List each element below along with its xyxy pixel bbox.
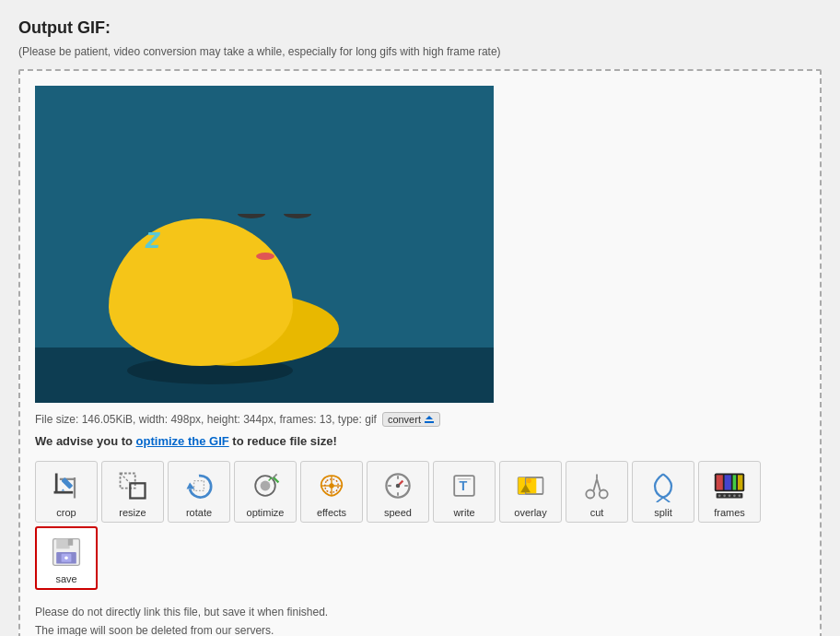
blob-face	[228, 209, 321, 265]
notice-line2: The image will soon be deleted from our …	[35, 621, 805, 636]
svg-rect-44	[733, 475, 737, 489]
optimize-message: We advise you to optimize the GIF to red…	[35, 434, 805, 448]
svg-point-49	[729, 494, 731, 497]
tool-effects[interactable]: effects	[300, 461, 363, 523]
split-icon	[645, 467, 682, 504]
svg-line-36	[593, 479, 597, 491]
optimize-suffix: to reduce file size!	[229, 434, 337, 448]
blob-eye-right	[284, 209, 311, 218]
tool-split[interactable]: split	[632, 461, 694, 523]
tool-overlay[interactable]: overlay	[499, 461, 562, 523]
svg-point-18	[329, 483, 333, 488]
svg-rect-54	[68, 539, 73, 546]
tool-save[interactable]: save	[35, 526, 98, 590]
svg-point-57	[64, 557, 68, 560]
svg-rect-12	[194, 481, 204, 491]
tool-frames[interactable]: frames	[698, 461, 761, 523]
cut-label: cut	[590, 507, 604, 518]
write-icon: T	[446, 467, 483, 504]
page-title: Output GIF:	[18, 18, 822, 38]
cut-icon	[578, 467, 615, 504]
frames-label: frames	[714, 507, 745, 518]
tool-optimize[interactable]: optimize	[234, 461, 297, 523]
tools-row: crop resize	[35, 461, 805, 590]
svg-point-35	[600, 490, 608, 499]
svg-text:T: T	[460, 478, 468, 493]
svg-point-48	[723, 494, 726, 497]
resize-icon	[114, 467, 151, 504]
save-label: save	[55, 573, 76, 584]
svg-rect-43	[725, 475, 731, 489]
resize-label: resize	[119, 507, 146, 518]
crop-label: crop	[56, 507, 76, 518]
overlay-icon	[512, 467, 549, 504]
rotate-icon	[181, 467, 217, 504]
page-container: Output GIF: (Please be patient, video co…	[18, 18, 822, 636]
crop-icon	[48, 467, 85, 504]
svg-point-47	[718, 494, 721, 497]
svg-rect-45	[738, 475, 742, 489]
subtitle: (Please be patient, video conversion may…	[18, 45, 822, 58]
svg-point-34	[586, 490, 594, 499]
optimize-link[interactable]: optimize the GIF	[136, 434, 229, 448]
download-icon	[424, 414, 435, 425]
tool-resize[interactable]: resize	[101, 461, 164, 523]
blob-body	[109, 218, 293, 366]
effects-icon	[313, 467, 350, 504]
tool-crop[interactable]: crop	[35, 461, 98, 523]
svg-rect-53	[56, 539, 69, 549]
speed-label: speed	[384, 507, 412, 518]
rotate-label: rotate	[186, 507, 212, 518]
svg-point-33	[527, 478, 531, 483]
svg-line-40	[663, 498, 670, 502]
speed-icon	[379, 467, 416, 504]
svg-line-39	[657, 498, 663, 502]
svg-point-50	[733, 494, 736, 497]
svg-point-14	[261, 481, 271, 491]
notice-line1: Please do not directly link this file, b…	[35, 603, 805, 621]
gif-container: z File size: 146.05KiB, width: 498px, he…	[18, 69, 822, 636]
convert-button[interactable]: convert	[382, 412, 440, 427]
effects-label: effects	[317, 507, 346, 518]
tool-cut[interactable]: cut	[566, 461, 628, 523]
split-label: split	[654, 507, 672, 518]
svg-point-51	[738, 494, 741, 497]
optimize-label: optimize	[247, 507, 285, 518]
svg-rect-9	[130, 483, 145, 498]
gif-preview: z	[35, 86, 494, 403]
svg-line-37	[597, 479, 601, 491]
svg-point-25	[396, 484, 401, 489]
tool-write[interactable]: T write	[433, 461, 496, 523]
svg-rect-0	[425, 421, 434, 423]
optimize-icon	[247, 467, 284, 504]
svg-marker-1	[426, 416, 433, 419]
file-info-text: File size: 146.05KiB, width: 498px, heig…	[35, 413, 377, 426]
optimize-prefix: We advise you to	[35, 434, 136, 448]
tool-rotate[interactable]: rotate	[168, 461, 230, 523]
svg-line-10	[121, 474, 131, 484]
overlay-label: overlay	[514, 507, 546, 518]
svg-marker-7	[62, 489, 65, 491]
blob-z-letter: z	[146, 221, 160, 255]
write-label: write	[453, 507, 474, 518]
save-icon	[48, 534, 85, 571]
blob-mouth	[256, 253, 274, 260]
notice-text: Please do not directly link this file, b…	[35, 603, 805, 636]
blob-eye-left	[238, 209, 265, 218]
svg-rect-42	[717, 475, 723, 489]
tool-speed[interactable]: speed	[367, 461, 429, 523]
frames-icon	[711, 467, 748, 504]
file-info: File size: 146.05KiB, width: 498px, heig…	[35, 412, 805, 427]
